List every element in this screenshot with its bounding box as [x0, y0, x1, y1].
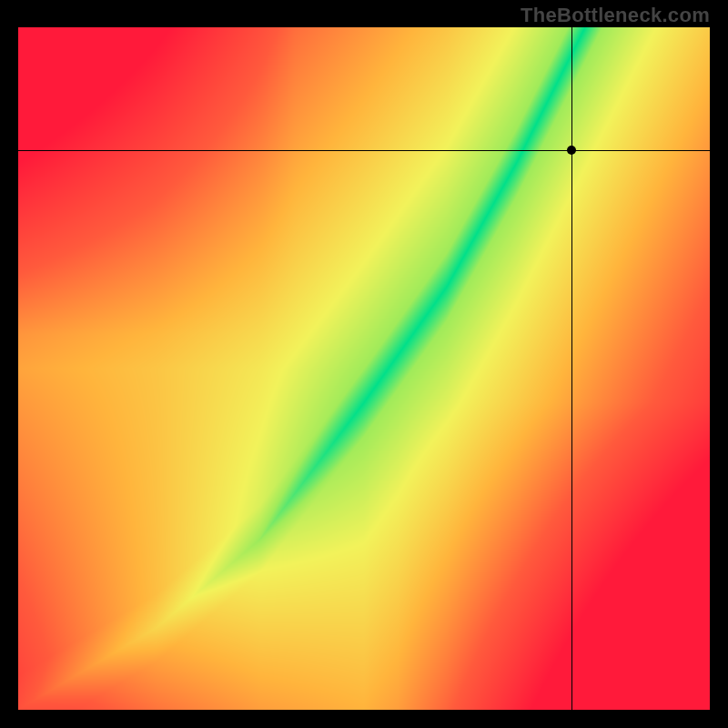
- crosshair-vertical: [571, 27, 572, 710]
- watermark-text: TheBottleneck.com: [521, 4, 710, 27]
- crosshair-horizontal: [18, 150, 710, 151]
- selection-point-marker: [567, 146, 576, 155]
- chart-frame: TheBottleneck.com: [0, 0, 728, 728]
- heatmap-plot: [18, 27, 710, 710]
- heatmap-canvas: [18, 27, 710, 710]
